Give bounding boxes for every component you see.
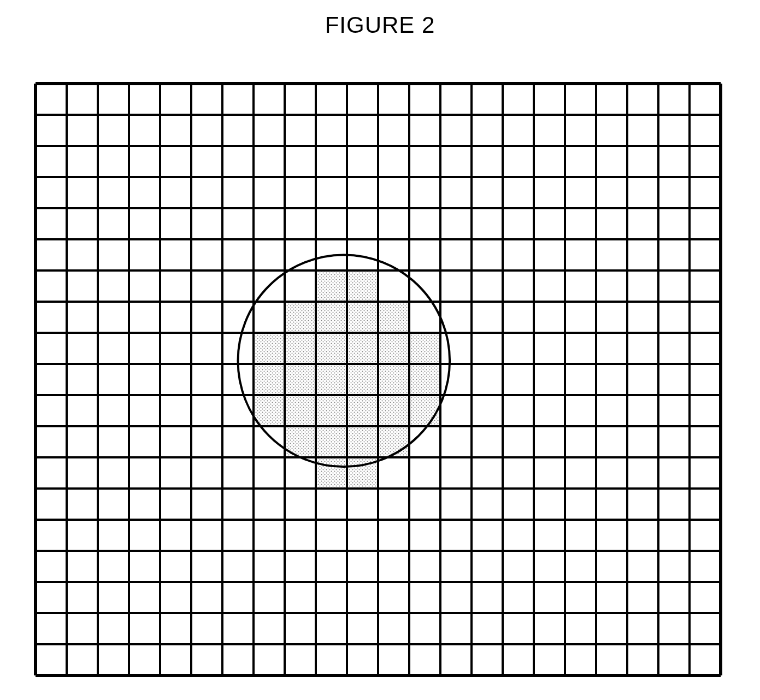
shaded-cell xyxy=(347,302,378,333)
shaded-cell xyxy=(254,364,285,395)
shaded-cell xyxy=(378,364,409,395)
shaded-cell xyxy=(316,395,347,426)
shaded-cell xyxy=(409,364,440,395)
shaded-cell xyxy=(409,333,440,364)
shaded-cell xyxy=(316,270,347,302)
shaded-cell xyxy=(285,302,316,333)
shaded-cell xyxy=(347,364,378,395)
shaded-cell xyxy=(316,457,347,489)
figure-title: FIGURE 2 xyxy=(0,12,760,38)
shaded-cell xyxy=(378,395,409,426)
shaded-cell xyxy=(347,333,378,364)
shaded-cell xyxy=(285,333,316,364)
shaded-cell xyxy=(285,395,316,426)
shaded-cell xyxy=(285,364,316,395)
grid-circle-diagram xyxy=(34,82,722,677)
shaded-cell xyxy=(347,426,378,457)
shaded-cell xyxy=(347,395,378,426)
shaded-cell xyxy=(316,302,347,333)
shaded-cell xyxy=(316,426,347,457)
shaded-cell xyxy=(316,333,347,364)
page-root: FIGURE 2 xyxy=(0,0,760,700)
shaded-cell xyxy=(378,333,409,364)
shaded-cell xyxy=(409,395,440,426)
shaded-cell xyxy=(316,364,347,395)
shaded-cell xyxy=(347,270,378,302)
shaded-cell xyxy=(254,333,285,364)
shaded-cell xyxy=(378,302,409,333)
shaded-cell xyxy=(378,426,409,457)
figure-container xyxy=(34,82,722,677)
